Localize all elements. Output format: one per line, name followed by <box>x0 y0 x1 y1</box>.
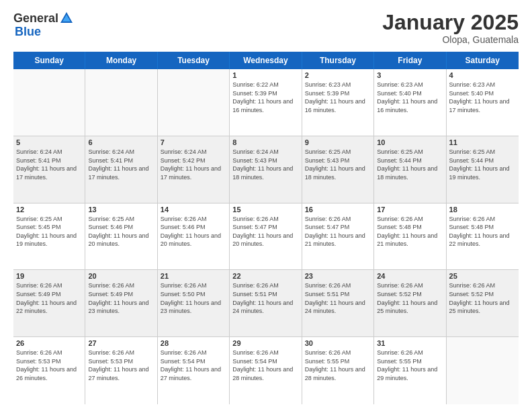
logo-blue-text: Blue <box>15 26 41 38</box>
day-number: 4 <box>449 71 516 79</box>
cal-cell-w4-d7: 25Sunrise: 6:26 AM Sunset: 5:52 PM Dayli… <box>447 270 519 336</box>
day-number: 5 <box>16 138 82 146</box>
day-number: 21 <box>161 272 226 280</box>
cal-week-4: 19Sunrise: 6:26 AM Sunset: 5:49 PM Dayli… <box>13 270 519 337</box>
calendar-body: 1Sunrise: 6:22 AM Sunset: 5:39 PM Daylig… <box>13 69 519 404</box>
cal-cell-w4-d2: 20Sunrise: 6:26 AM Sunset: 5:49 PM Dayli… <box>85 270 157 336</box>
day-info: Sunrise: 6:26 AM Sunset: 5:50 PM Dayligh… <box>161 281 226 315</box>
day-info: Sunrise: 6:24 AM Sunset: 5:43 PM Dayligh… <box>232 148 298 181</box>
day-info: Sunrise: 6:26 AM Sunset: 5:47 PM Dayligh… <box>232 215 298 248</box>
header: General Blue January 2025 Olopa, Guatema… <box>13 11 519 45</box>
day-info: Sunrise: 6:26 AM Sunset: 5:51 PM Dayligh… <box>232 281 298 315</box>
day-number: 6 <box>88 138 154 146</box>
day-info: Sunrise: 6:26 AM Sunset: 5:46 PM Dayligh… <box>161 215 226 248</box>
calendar: Sunday Monday Tuesday Wednesday Thursday… <box>13 52 519 404</box>
day-number: 14 <box>161 205 226 214</box>
cal-cell-w3-d2: 13Sunrise: 6:25 AM Sunset: 5:46 PM Dayli… <box>85 203 157 270</box>
logo-general-text: General <box>13 11 58 26</box>
cal-cell-w3-d3: 14Sunrise: 6:26 AM Sunset: 5:46 PM Dayli… <box>158 203 230 270</box>
day-number: 19 <box>16 272 82 280</box>
day-number: 17 <box>377 205 443 214</box>
day-info: Sunrise: 6:26 AM Sunset: 5:47 PM Dayligh… <box>305 215 371 248</box>
day-number: 25 <box>449 272 516 280</box>
weekday-sunday: Sunday <box>13 52 85 69</box>
day-number: 31 <box>377 339 443 347</box>
day-info: Sunrise: 6:26 AM Sunset: 5:55 PM Dayligh… <box>305 349 371 382</box>
day-info: Sunrise: 6:26 AM Sunset: 5:53 PM Dayligh… <box>88 349 154 382</box>
day-info: Sunrise: 6:26 AM Sunset: 5:48 PM Dayligh… <box>377 215 443 248</box>
cal-cell-w1-d5: 2Sunrise: 6:23 AM Sunset: 5:39 PM Daylig… <box>302 69 374 136</box>
cal-cell-w2-d2: 6Sunrise: 6:24 AM Sunset: 5:41 PM Daylig… <box>85 136 157 203</box>
cal-cell-w1-d1 <box>13 69 85 136</box>
day-info: Sunrise: 6:25 AM Sunset: 5:46 PM Dayligh… <box>88 215 154 248</box>
day-number: 1 <box>232 71 298 79</box>
cal-cell-w2-d6: 10Sunrise: 6:25 AM Sunset: 5:44 PM Dayli… <box>374 136 446 203</box>
day-number: 10 <box>377 138 443 146</box>
cal-cell-w1-d6: 3Sunrise: 6:23 AM Sunset: 5:40 PM Daylig… <box>374 69 446 136</box>
weekday-friday: Friday <box>374 52 446 69</box>
cal-cell-w4-d3: 21Sunrise: 6:26 AM Sunset: 5:50 PM Dayli… <box>158 270 230 336</box>
cal-cell-w5-d1: 26Sunrise: 6:26 AM Sunset: 5:53 PM Dayli… <box>13 337 85 404</box>
cal-cell-w2-d5: 9Sunrise: 6:25 AM Sunset: 5:43 PM Daylig… <box>302 136 374 203</box>
cal-cell-w2-d4: 8Sunrise: 6:24 AM Sunset: 5:43 PM Daylig… <box>230 136 302 203</box>
day-number: 13 <box>88 205 154 214</box>
cal-cell-w3-d5: 16Sunrise: 6:26 AM Sunset: 5:47 PM Dayli… <box>302 203 374 270</box>
day-info: Sunrise: 6:26 AM Sunset: 5:51 PM Dayligh… <box>305 281 371 315</box>
cal-cell-w1-d2 <box>85 69 157 136</box>
day-info: Sunrise: 6:25 AM Sunset: 5:43 PM Dayligh… <box>305 148 371 181</box>
day-info: Sunrise: 6:26 AM Sunset: 5:52 PM Dayligh… <box>449 281 516 315</box>
day-info: Sunrise: 6:25 AM Sunset: 5:44 PM Dayligh… <box>377 148 443 181</box>
day-number: 18 <box>449 205 516 214</box>
cal-cell-w1-d4: 1Sunrise: 6:22 AM Sunset: 5:39 PM Daylig… <box>230 69 302 136</box>
day-info: Sunrise: 6:26 AM Sunset: 5:49 PM Dayligh… <box>88 281 154 315</box>
day-number: 30 <box>305 339 371 347</box>
day-number: 29 <box>232 339 298 347</box>
day-info: Sunrise: 6:25 AM Sunset: 5:44 PM Dayligh… <box>449 148 516 181</box>
day-number: 16 <box>305 205 371 214</box>
day-number: 23 <box>305 272 371 280</box>
cal-cell-w4-d4: 22Sunrise: 6:26 AM Sunset: 5:51 PM Dayli… <box>230 270 302 336</box>
cal-cell-w5-d7 <box>447 337 519 404</box>
day-info: Sunrise: 6:22 AM Sunset: 5:39 PM Dayligh… <box>232 81 298 114</box>
calendar-header: Sunday Monday Tuesday Wednesday Thursday… <box>13 52 519 69</box>
location-text: Olopa, Guatemala <box>382 34 519 45</box>
day-info: Sunrise: 6:26 AM Sunset: 5:54 PM Dayligh… <box>232 349 298 382</box>
title-block: January 2025 Olopa, Guatemala <box>382 11 519 45</box>
cal-week-3: 12Sunrise: 6:25 AM Sunset: 5:45 PM Dayli… <box>13 203 519 271</box>
day-number: 20 <box>88 272 154 280</box>
cal-cell-w5-d6: 31Sunrise: 6:26 AM Sunset: 5:55 PM Dayli… <box>374 337 446 404</box>
day-info: Sunrise: 6:24 AM Sunset: 5:41 PM Dayligh… <box>16 148 82 181</box>
cal-cell-w2-d7: 11Sunrise: 6:25 AM Sunset: 5:44 PM Dayli… <box>447 136 519 203</box>
cal-cell-w3-d1: 12Sunrise: 6:25 AM Sunset: 5:45 PM Dayli… <box>13 203 85 270</box>
cal-week-1: 1Sunrise: 6:22 AM Sunset: 5:39 PM Daylig… <box>13 69 519 136</box>
day-info: Sunrise: 6:23 AM Sunset: 5:39 PM Dayligh… <box>305 81 371 114</box>
day-number: 26 <box>16 339 82 347</box>
cal-cell-w4-d5: 23Sunrise: 6:26 AM Sunset: 5:51 PM Dayli… <box>302 270 374 336</box>
month-title: January 2025 <box>382 11 519 34</box>
cal-cell-w4-d1: 19Sunrise: 6:26 AM Sunset: 5:49 PM Dayli… <box>13 270 85 336</box>
cal-cell-w1-d3 <box>158 69 230 136</box>
day-info: Sunrise: 6:26 AM Sunset: 5:48 PM Dayligh… <box>449 215 516 248</box>
day-info: Sunrise: 6:26 AM Sunset: 5:53 PM Dayligh… <box>16 349 82 382</box>
day-info: Sunrise: 6:26 AM Sunset: 5:49 PM Dayligh… <box>16 281 82 315</box>
weekday-tuesday: Tuesday <box>158 52 230 69</box>
day-number: 27 <box>88 339 154 347</box>
day-number: 12 <box>16 205 82 214</box>
weekday-thursday: Thursday <box>302 52 374 69</box>
cal-cell-w5-d2: 27Sunrise: 6:26 AM Sunset: 5:53 PM Dayli… <box>85 337 157 404</box>
cal-cell-w3-d6: 17Sunrise: 6:26 AM Sunset: 5:48 PM Dayli… <box>374 203 446 270</box>
weekday-saturday: Saturday <box>447 52 519 69</box>
cal-cell-w1-d7: 4Sunrise: 6:23 AM Sunset: 5:40 PM Daylig… <box>447 69 519 136</box>
day-info: Sunrise: 6:26 AM Sunset: 5:54 PM Dayligh… <box>161 349 226 382</box>
cal-cell-w3-d7: 18Sunrise: 6:26 AM Sunset: 5:48 PM Dayli… <box>447 203 519 270</box>
day-number: 22 <box>232 272 298 280</box>
day-info: Sunrise: 6:24 AM Sunset: 5:42 PM Dayligh… <box>161 148 226 181</box>
day-info: Sunrise: 6:23 AM Sunset: 5:40 PM Dayligh… <box>449 81 516 114</box>
cal-cell-w5-d3: 28Sunrise: 6:26 AM Sunset: 5:54 PM Dayli… <box>158 337 230 404</box>
day-number: 3 <box>377 71 443 79</box>
day-info: Sunrise: 6:25 AM Sunset: 5:45 PM Dayligh… <box>16 215 82 248</box>
cal-cell-w3-d4: 15Sunrise: 6:26 AM Sunset: 5:47 PM Dayli… <box>230 203 302 270</box>
page: General Blue January 2025 Olopa, Guatema… <box>0 0 532 411</box>
cal-cell-w4-d6: 24Sunrise: 6:26 AM Sunset: 5:52 PM Dayli… <box>374 270 446 336</box>
day-info: Sunrise: 6:26 AM Sunset: 5:55 PM Dayligh… <box>377 349 443 382</box>
